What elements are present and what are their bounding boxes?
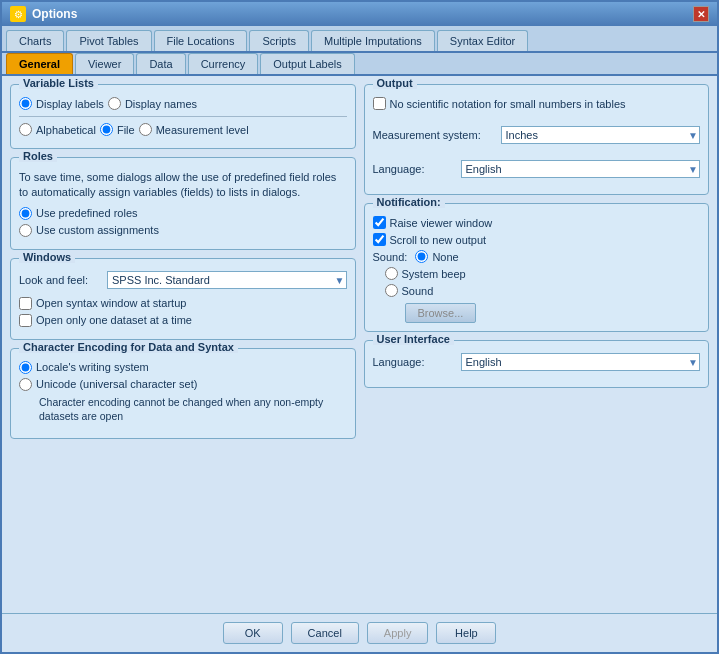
- options-window: ⚙ Options ✕ Charts Pivot Tables File Loc…: [0, 0, 719, 654]
- user-interface-title: User Interface: [373, 333, 454, 345]
- no-scientific-label: No scientific notation for small numbers…: [390, 98, 626, 110]
- open-syntax-label: Open syntax window at startup: [36, 297, 186, 309]
- tab-currency[interactable]: Currency: [188, 53, 259, 74]
- user-interface-group: User Interface Language: English ▼: [364, 340, 710, 388]
- windows-group: Windows Look and feel: SPSS Inc. Standar…: [10, 258, 356, 340]
- measurement-system-dropdown-wrapper: Inches ▼: [501, 126, 701, 144]
- tabs-row2: General Viewer Data Currency Output Labe…: [2, 53, 717, 76]
- sort-row: Alphabetical File Measurement level: [19, 123, 347, 136]
- tab-multiple-imputations[interactable]: Multiple Imputations: [311, 30, 435, 51]
- language-row: Language: English ▼: [373, 160, 701, 178]
- unicode-radio[interactable]: [19, 378, 32, 391]
- sound-row: Sound: None: [373, 250, 701, 263]
- tab-syntax-editor[interactable]: Syntax Editor: [437, 30, 528, 51]
- tab-data[interactable]: Data: [136, 53, 185, 74]
- variable-lists-title: Variable Lists: [19, 77, 98, 89]
- tab-scripts[interactable]: Scripts: [249, 30, 309, 51]
- scroll-label: Scroll to new output: [390, 234, 487, 246]
- content-area: Variable Lists Display labels Display na…: [2, 76, 717, 613]
- system-beep-row: System beep: [385, 267, 701, 280]
- character-encoding-group: Character Encoding for Data and Syntax L…: [10, 348, 356, 439]
- use-custom-label: Use custom assignments: [36, 224, 159, 236]
- display-labels-row: Display labels Display names: [19, 97, 347, 110]
- raise-viewer-row: Raise viewer window: [373, 216, 701, 229]
- ui-language-dropdown[interactable]: English: [461, 353, 701, 371]
- sound-radio-row: Sound: [385, 284, 701, 297]
- output-group: Output No scientific notation for small …: [364, 84, 710, 195]
- measurement-system-row: Measurement system: Inches ▼: [373, 126, 701, 144]
- file-radio[interactable]: [100, 123, 113, 136]
- no-scientific-checkbox[interactable]: [373, 97, 386, 110]
- notification-group: Notification: Raise viewer window Scroll…: [364, 203, 710, 332]
- open-dataset-checkbox[interactable]: [19, 314, 32, 327]
- windows-title: Windows: [19, 251, 75, 263]
- unicode-label: Unicode (universal character set): [36, 378, 197, 390]
- use-predefined-row: Use predefined roles: [19, 207, 347, 220]
- roles-group: Roles To save time, some dialogs allow t…: [10, 157, 356, 250]
- measurement-system-dropdown[interactable]: Inches: [501, 126, 701, 144]
- file-label: File: [117, 124, 135, 136]
- output-language-dropdown-wrapper: English ▼: [461, 160, 701, 178]
- tabs-row1: Charts Pivot Tables File Locations Scrip…: [2, 26, 717, 53]
- use-custom-radio[interactable]: [19, 224, 32, 237]
- locales-label: Locale's writing system: [36, 361, 149, 373]
- tab-viewer[interactable]: Viewer: [75, 53, 134, 74]
- divider1: [19, 116, 347, 117]
- notification-title: Notification:: [373, 196, 445, 208]
- variable-lists-group: Variable Lists Display labels Display na…: [10, 84, 356, 149]
- display-labels-radio[interactable]: [19, 97, 32, 110]
- alphabetical-label: Alphabetical: [36, 124, 96, 136]
- measurement-level-label: Measurement level: [156, 124, 249, 136]
- tab-output-labels[interactable]: Output Labels: [260, 53, 355, 74]
- use-predefined-radio[interactable]: [19, 207, 32, 220]
- scroll-checkbox[interactable]: [373, 233, 386, 246]
- apply-button[interactable]: Apply: [367, 622, 429, 644]
- sound-radio-label: Sound: [402, 285, 434, 297]
- tab-file-locations[interactable]: File Locations: [154, 30, 248, 51]
- open-dataset-row: Open only one dataset at a time: [19, 314, 347, 327]
- roles-title: Roles: [19, 150, 57, 162]
- no-scientific-row: No scientific notation for small numbers…: [373, 97, 701, 110]
- close-button[interactable]: ✕: [693, 6, 709, 22]
- ui-language-dropdown-wrapper: English ▼: [461, 353, 701, 371]
- browse-button[interactable]: Browse...: [405, 303, 477, 323]
- measurement-system-label: Measurement system:: [373, 129, 493, 141]
- locales-row: Locale's writing system: [19, 361, 347, 374]
- use-predefined-label: Use predefined roles: [36, 207, 138, 219]
- output-language-dropdown[interactable]: English: [461, 160, 701, 178]
- right-panel: Output No scientific notation for small …: [364, 84, 710, 605]
- open-syntax-row: Open syntax window at startup: [19, 297, 347, 310]
- look-and-feel-dropdown-wrapper: SPSS Inc. Standard ▼: [107, 271, 347, 289]
- tab-pivot-tables[interactable]: Pivot Tables: [66, 30, 151, 51]
- roles-description: To save time, some dialogs allow the use…: [19, 170, 347, 201]
- ok-button[interactable]: OK: [223, 622, 283, 644]
- system-beep-radio[interactable]: [385, 267, 398, 280]
- window-title: Options: [32, 7, 77, 21]
- help-button[interactable]: Help: [436, 622, 496, 644]
- title-bar: ⚙ Options ✕: [2, 2, 717, 26]
- left-panel: Variable Lists Display labels Display na…: [10, 84, 356, 605]
- display-labels-label: Display labels: [36, 98, 104, 110]
- encoding-note: Character encoding cannot be changed whe…: [39, 395, 347, 424]
- raise-viewer-checkbox[interactable]: [373, 216, 386, 229]
- sound-label: Sound:: [373, 251, 408, 263]
- unicode-row: Unicode (universal character set): [19, 378, 347, 391]
- sound-radio[interactable]: [385, 284, 398, 297]
- measurement-level-radio[interactable]: [139, 123, 152, 136]
- open-syntax-checkbox[interactable]: [19, 297, 32, 310]
- tab-general[interactable]: General: [6, 53, 73, 74]
- bottom-bar: OK Cancel Apply Help: [2, 613, 717, 652]
- none-label: None: [432, 251, 458, 263]
- look-and-feel-dropdown[interactable]: SPSS Inc. Standard: [107, 271, 347, 289]
- system-beep-label: System beep: [402, 268, 466, 280]
- tab-charts[interactable]: Charts: [6, 30, 64, 51]
- scroll-row: Scroll to new output: [373, 233, 701, 246]
- locales-radio[interactable]: [19, 361, 32, 374]
- cancel-button[interactable]: Cancel: [291, 622, 359, 644]
- none-radio[interactable]: [415, 250, 428, 263]
- display-names-radio[interactable]: [108, 97, 121, 110]
- open-dataset-label: Open only one dataset at a time: [36, 314, 192, 326]
- ui-language-label: Language:: [373, 356, 453, 368]
- raise-viewer-label: Raise viewer window: [390, 217, 493, 229]
- alphabetical-radio[interactable]: [19, 123, 32, 136]
